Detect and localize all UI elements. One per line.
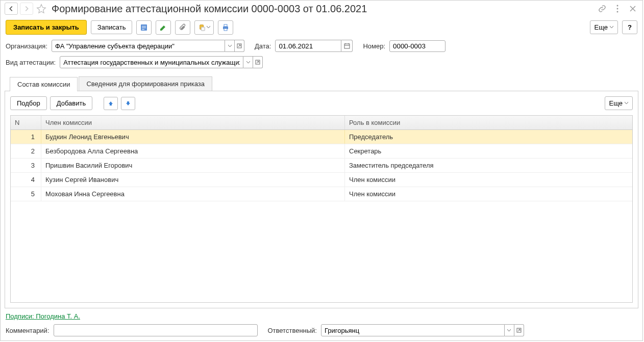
- date-label: Дата:: [255, 42, 271, 50]
- arrow-left-icon: [8, 5, 15, 12]
- svg-rect-5: [142, 28, 146, 28]
- org-dropdown-button[interactable]: [225, 40, 235, 52]
- cell-n: 3: [11, 159, 41, 172]
- org-label: Организация:: [6, 42, 47, 50]
- org-field[interactable]: [52, 40, 225, 52]
- comment-field[interactable]: [54, 324, 258, 336]
- print-button[interactable]: [218, 20, 233, 35]
- pencil-icon: [159, 23, 167, 32]
- chevron-down-icon: [610, 26, 613, 29]
- move-up-button[interactable]: [104, 97, 118, 110]
- header-role[interactable]: Роль в комиссии: [345, 116, 632, 129]
- save-button[interactable]: Записать: [91, 20, 133, 34]
- paste-icon: [199, 24, 206, 31]
- cell-role: Председатель: [345, 130, 632, 144]
- save-close-button[interactable]: Записать и закрыть: [6, 20, 87, 35]
- svg-rect-13: [344, 44, 350, 48]
- responsible-field[interactable]: [321, 324, 505, 336]
- table-row[interactable]: 3Пришвин Василий ЕгоровичЗаместитель пре…: [11, 159, 632, 173]
- svg-rect-4: [142, 26, 146, 27]
- more-button[interactable]: Еще: [590, 20, 618, 34]
- tab-composition[interactable]: Состав комиссии: [10, 77, 78, 91]
- header-n[interactable]: N: [11, 116, 41, 129]
- chevron-down-icon: [246, 61, 250, 64]
- cell-role: Заместитель председателя: [345, 159, 632, 172]
- structure-button[interactable]: [194, 20, 214, 35]
- arrow-right-icon: [23, 5, 30, 12]
- open-icon: [237, 43, 242, 48]
- cell-n: 1: [11, 130, 41, 144]
- close-button[interactable]: [627, 3, 638, 14]
- cell-role: Член комиссии: [345, 187, 632, 201]
- link-icon: [598, 5, 606, 13]
- nav-forward-button[interactable]: [20, 3, 33, 15]
- attach-button[interactable]: [175, 20, 190, 35]
- arrow-up-icon: [108, 100, 114, 107]
- open-icon: [516, 328, 522, 333]
- table-row[interactable]: 1Будкин Леонид ЕвгеньевичПредседатель: [11, 130, 632, 144]
- svg-rect-6: [142, 29, 144, 30]
- cell-member: Пришвин Василий Егорович: [41, 159, 345, 172]
- attest-type-dropdown-button[interactable]: [243, 56, 253, 68]
- dots-vertical-icon: [616, 5, 618, 13]
- responsible-open-button[interactable]: [514, 324, 524, 336]
- attest-type-label: Вид аттестации:: [6, 59, 56, 66]
- svg-point-1: [617, 8, 618, 10]
- select-button[interactable]: Подбор: [10, 96, 47, 110]
- svg-rect-11: [224, 29, 227, 31]
- date-field[interactable]: [275, 40, 341, 52]
- svg-rect-8: [201, 27, 205, 31]
- cell-member: Моховая Инна Сергеевна: [41, 187, 345, 201]
- cell-role: Секретарь: [345, 144, 632, 158]
- cell-n: 2: [11, 144, 41, 158]
- comment-label: Комментарий:: [6, 327, 49, 334]
- add-button[interactable]: Добавить: [50, 96, 92, 110]
- tab-more-label: Еще: [609, 99, 623, 107]
- svg-rect-10: [224, 24, 227, 27]
- chevron-down-icon: [625, 102, 628, 104]
- responsible-label: Ответственный:: [268, 327, 317, 334]
- table-row[interactable]: 4Кузин Сергей ИвановичЧлен комиссии: [11, 173, 632, 187]
- header-member[interactable]: Член комиссии: [41, 116, 345, 129]
- number-field[interactable]: [389, 40, 445, 52]
- arrow-down-icon: [125, 100, 131, 107]
- svg-point-2: [617, 11, 618, 13]
- move-down-button[interactable]: [121, 97, 135, 110]
- table-row[interactable]: 5Моховая Инна СергеевнаЧлен комиссии: [11, 187, 632, 201]
- chevron-down-icon: [207, 26, 210, 29]
- page-title: Формирование аттестационной комиссии 000…: [49, 3, 595, 15]
- help-button[interactable]: ?: [622, 20, 637, 34]
- link-button[interactable]: [597, 3, 608, 14]
- number-label: Номер:: [363, 42, 385, 50]
- star-icon: [36, 4, 46, 14]
- attest-type-field[interactable]: [60, 56, 243, 68]
- close-icon: [630, 6, 636, 12]
- edit-button[interactable]: [156, 20, 171, 35]
- document-icon: [140, 23, 148, 32]
- chevron-down-icon: [228, 45, 232, 47]
- tab-more-button[interactable]: Еще: [605, 96, 633, 110]
- open-icon: [255, 60, 260, 65]
- menu-button[interactable]: [612, 3, 623, 14]
- tab-order-info[interactable]: Сведения для формирования приказа: [79, 76, 212, 91]
- responsible-dropdown-button[interactable]: [505, 324, 514, 336]
- printer-icon: [221, 23, 230, 32]
- calendar-icon: [344, 43, 350, 49]
- cell-n: 4: [11, 173, 41, 187]
- svg-point-0: [617, 5, 618, 7]
- signatures-link[interactable]: Подписи: Погодина Т. А.: [6, 312, 80, 320]
- cell-member: Будкин Леонид Евгеньевич: [41, 130, 345, 144]
- cell-n: 5: [11, 187, 41, 201]
- cell-member: Кузин Сергей Иванович: [41, 173, 345, 187]
- nav-back-button[interactable]: [5, 3, 18, 15]
- attest-type-open-button[interactable]: [253, 56, 263, 68]
- form-view-button[interactable]: [136, 20, 152, 35]
- chevron-down-icon: [507, 329, 511, 332]
- cell-role: Член комиссии: [345, 173, 632, 187]
- more-label: Еще: [595, 23, 608, 31]
- org-open-button[interactable]: [235, 40, 244, 52]
- table-row[interactable]: 2Безбородова Алла СергеевнаСекретарь: [11, 144, 632, 159]
- calendar-button[interactable]: [341, 40, 353, 52]
- paperclip-icon: [179, 23, 187, 32]
- favorite-button[interactable]: [35, 3, 47, 15]
